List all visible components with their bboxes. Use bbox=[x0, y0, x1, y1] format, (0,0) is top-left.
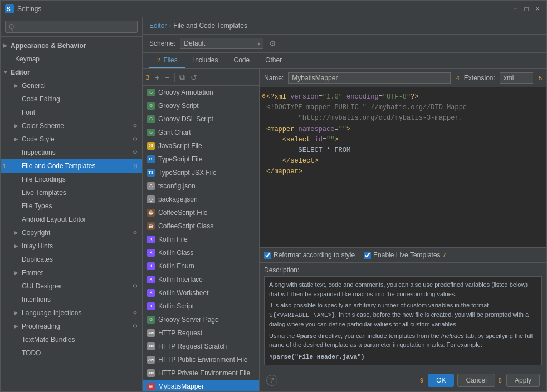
editor-panel: Name: 4 Extension: 5 6 <?xml version="1.… bbox=[260, 69, 546, 391]
sidebar-item-general[interactable]: ▶ General bbox=[1, 79, 142, 92]
sidebar-item-label: Color Scheme bbox=[22, 120, 133, 131]
search-input[interactable] bbox=[5, 21, 138, 33]
settings-gear-icon: ⊞ bbox=[132, 160, 138, 171]
template-item[interactable]: K Kotlin Worksheet bbox=[143, 286, 259, 300]
minimize-button[interactable]: − bbox=[511, 4, 520, 13]
cancel-button[interactable]: Cancel bbox=[457, 374, 495, 387]
template-item[interactable]: K Kotlin Class bbox=[143, 246, 259, 259]
template-item[interactable]: K Kotlin Enum bbox=[143, 259, 259, 273]
desc-example: #parse("File Header.java") bbox=[269, 354, 365, 360]
close-button[interactable]: × bbox=[533, 4, 542, 13]
live-templates-checkbox-input[interactable] bbox=[364, 252, 371, 259]
sidebar-item-textmate-bundles[interactable]: TextMate Bundles bbox=[1, 333, 142, 346]
template-item[interactable]: G Groovy Annotation bbox=[143, 86, 259, 99]
maximize-button[interactable]: □ bbox=[522, 4, 531, 13]
apply-button[interactable]: Apply bbox=[506, 374, 540, 387]
sidebar-item-emmet[interactable]: ▶ Emmet bbox=[1, 266, 142, 280]
scheme-select-wrapper: Default Project bbox=[180, 38, 263, 49]
template-item-label: HTTP Request Scratch bbox=[158, 341, 227, 351]
breadcrumb-parent[interactable]: Editor bbox=[149, 22, 167, 30]
sidebar-item-inspections[interactable]: Inspections ⚙ bbox=[1, 146, 142, 159]
sidebar-item-code-style[interactable]: ▶ Code Style ⚙ bbox=[1, 133, 142, 146]
desc-para-3: Using the #parse directive, you can incl… bbox=[269, 331, 537, 350]
sidebar-item-todo[interactable]: TODO bbox=[1, 346, 142, 360]
reformat-checkbox-input[interactable] bbox=[264, 252, 271, 259]
template-item[interactable]: {} package.json bbox=[143, 193, 259, 206]
tab-other[interactable]: Other bbox=[257, 53, 290, 68]
template-item[interactable]: K Kotlin Interface bbox=[143, 273, 259, 286]
tab-code[interactable]: Code bbox=[226, 53, 258, 68]
scheme-select[interactable]: Default Project bbox=[180, 38, 263, 49]
sidebar-item-language-injections[interactable]: ▶ Language Injections ⚙ bbox=[1, 306, 142, 320]
add-template-button[interactable]: + bbox=[153, 72, 162, 83]
apply-num: 8 bbox=[499, 377, 502, 384]
sidebar-item-editor[interactable]: ▼ Editor bbox=[1, 66, 142, 79]
template-icon: M bbox=[147, 383, 155, 390]
template-item-label: Kotlin Class bbox=[158, 248, 193, 258]
sidebar-item-file-and-code-templates[interactable]: 1 File and Code Templates ⊞ bbox=[1, 159, 142, 173]
name-field[interactable] bbox=[288, 72, 450, 84]
template-item-mybatis[interactable]: M MybatisMapper bbox=[143, 380, 259, 391]
sidebar-item-label: Inspections bbox=[22, 147, 133, 158]
settings-gear-icon: ⚙ bbox=[133, 120, 138, 131]
sidebar-item-label: TextMate Bundles bbox=[22, 334, 138, 345]
window-title: Settings bbox=[17, 5, 511, 13]
sidebar-item-label: Android Layout Editor bbox=[22, 214, 138, 225]
template-item[interactable]: ☕ CoffeeScript File bbox=[143, 206, 259, 219]
sidebar-item-color-scheme[interactable]: ▶ Color Scheme ⚙ bbox=[1, 119, 142, 133]
template-item[interactable]: ☕ CoffeeScript Class bbox=[143, 219, 259, 233]
sidebar-item-inlay-hints[interactable]: ▶ Inlay Hints bbox=[1, 239, 142, 253]
template-item[interactable]: G Groovy Script bbox=[143, 99, 259, 112]
tab-files[interactable]: 2 Files bbox=[149, 53, 185, 68]
scheme-gear-button[interactable]: ⚙ bbox=[268, 38, 277, 49]
template-item[interactable]: JS JavaScript File bbox=[143, 139, 259, 153]
template-item[interactable]: API HTTP Public Environment File bbox=[143, 353, 259, 366]
sidebar-item-duplicates[interactable]: Duplicates bbox=[1, 253, 142, 266]
sidebar-item-copyright[interactable]: ▶ Copyright ⚙ bbox=[1, 226, 142, 239]
sidebar-item-gui-designer[interactable]: GUI Designer ⚙ bbox=[1, 280, 142, 293]
sidebar-item-keymap[interactable]: Keymap bbox=[1, 52, 142, 66]
remove-template-button[interactable]: − bbox=[163, 72, 172, 83]
template-item-label: Gant Chart bbox=[158, 128, 191, 138]
sidebar-item-label: Intentions bbox=[22, 294, 138, 305]
sidebar-item-android-layout-editor[interactable]: Android Layout Editor bbox=[1, 213, 142, 226]
live-templates-checkbox[interactable]: Enable Live Templates 7 bbox=[364, 251, 446, 259]
template-item[interactable]: API HTTP Request Scratch bbox=[143, 340, 259, 353]
sidebar-item-code-editing[interactable]: Code Editing bbox=[1, 92, 142, 106]
settings-gear-icon: ⚙ bbox=[133, 281, 138, 292]
sidebar-item-font[interactable]: Font bbox=[1, 106, 142, 119]
sidebar-item-intentions[interactable]: Intentions bbox=[1, 293, 142, 306]
sidebar-item-label: TODO bbox=[22, 347, 138, 359]
reformat-checkbox[interactable]: Reformat according to style bbox=[264, 251, 355, 259]
sidebar-item-live-templates[interactable]: Live Templates bbox=[1, 186, 142, 199]
copy-template-button[interactable]: ⧉ bbox=[177, 71, 187, 83]
sidebar-item-file-types[interactable]: File Types bbox=[1, 199, 142, 213]
template-item[interactable]: TS TypeScript File bbox=[143, 153, 259, 166]
tab-includes[interactable]: Includes bbox=[185, 53, 226, 68]
ok-button[interactable]: OK bbox=[428, 374, 454, 387]
template-item[interactable]: G Gant Chart bbox=[143, 126, 259, 139]
template-item-label: HTTP Private Environment File bbox=[158, 368, 250, 378]
sidebar-item-proofreading[interactable]: ▶ Proofreading ⚙ bbox=[1, 320, 142, 333]
code-editor[interactable]: 6 <?xml version="1.0" encoding="UTF-8"?>… bbox=[260, 87, 546, 247]
svg-text:S: S bbox=[7, 6, 11, 12]
sidebar-item-appearance[interactable]: ▶ Appearance & Behavior bbox=[1, 39, 142, 52]
button-row: ? 9 OK Cancel 8 Apply bbox=[260, 369, 546, 391]
sidebar-item-label: File and Code Templates bbox=[22, 160, 132, 171]
help-button[interactable]: ? bbox=[266, 375, 277, 386]
reset-template-button[interactable]: ↺ bbox=[188, 72, 199, 83]
template-icon: K bbox=[147, 276, 155, 283]
template-item[interactable]: K Kotlin File bbox=[143, 233, 259, 246]
template-item[interactable]: G Groovy DSL Script bbox=[143, 112, 259, 126]
ext-field-num: 5 bbox=[539, 75, 542, 81]
template-item[interactable]: API HTTP Private Environment File bbox=[143, 366, 259, 380]
sidebar-item-label: File Encodings bbox=[22, 174, 138, 185]
settings-window: S Settings − □ × ▶ Appearance & Behavior bbox=[0, 0, 547, 392]
template-item[interactable]: G Groovy Server Page bbox=[143, 313, 259, 326]
template-item[interactable]: API HTTP Request bbox=[143, 326, 259, 340]
template-item[interactable]: TS TypeScript JSX File bbox=[143, 166, 259, 179]
ext-field[interactable] bbox=[500, 72, 533, 84]
template-item[interactable]: K Kotlin Script bbox=[143, 300, 259, 313]
template-item[interactable]: {} tsconfig.json bbox=[143, 179, 259, 193]
sidebar-item-file-encodings[interactable]: File Encodings bbox=[1, 173, 142, 186]
